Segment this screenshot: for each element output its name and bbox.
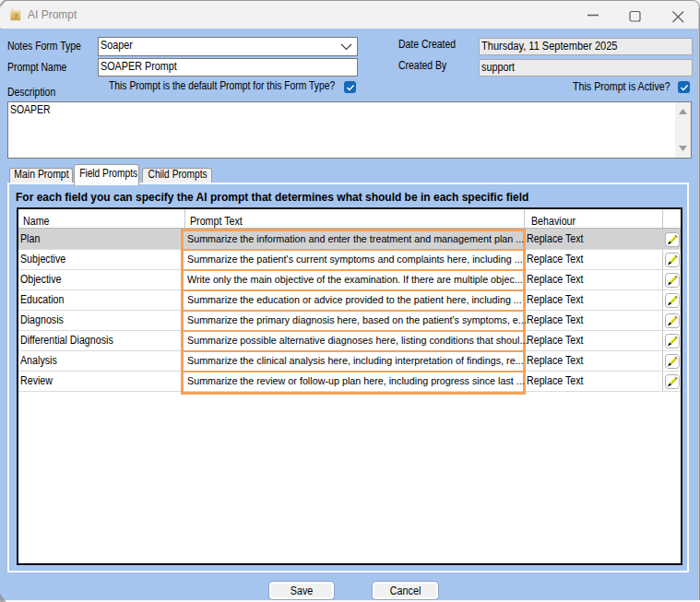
svg-text:?: ? [13,12,18,20]
